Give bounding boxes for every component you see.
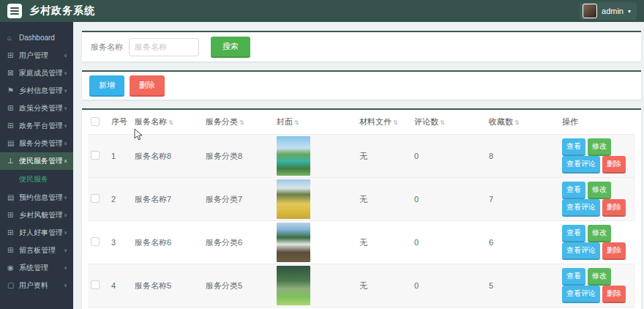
select-all-checkbox[interactable] xyxy=(91,117,100,126)
chevron-down-icon: ∨ xyxy=(64,259,67,277)
toolbar-panel: 新增 删除 xyxy=(82,70,641,100)
row-checkbox[interactable] xyxy=(91,280,100,289)
cell-index: 2 xyxy=(108,178,132,221)
col-material[interactable]: 材料文件⇅ xyxy=(356,110,411,135)
chevron-down-icon: ∨ xyxy=(64,64,67,82)
sort-icon[interactable]: ⇅ xyxy=(440,119,445,126)
sidebar-item-good-deeds[interactable]: ⊞ 好人好事管理 ∨ xyxy=(0,224,73,242)
sidebar-item-appointment-info[interactable]: ▤ 预约信息管理 ∨ xyxy=(0,189,73,206)
avatar xyxy=(583,4,597,18)
view-comments-button[interactable]: 查看评论 xyxy=(562,242,600,260)
sidebar-item-family-members[interactable]: ⊠ 家庭成员管理 ∨ xyxy=(0,64,73,82)
cell-index: 3 xyxy=(108,221,132,264)
table-row: 1 服务名称8 服务分类8 无 0 8 查看修改查看评论删除 xyxy=(88,135,635,178)
user-menu[interactable]: admin ▾ xyxy=(580,2,637,20)
view-button[interactable]: 查看 xyxy=(562,225,585,242)
sidebar-item-message-board[interactable]: ⊞ 留言板管理 ∨ xyxy=(0,242,73,259)
edit-button[interactable]: 修改 xyxy=(588,182,611,199)
cell-index: 4 xyxy=(108,264,132,308)
grid-icon: ⊞ xyxy=(7,47,17,64)
view-comments-button[interactable]: 查看评论 xyxy=(562,199,600,217)
sidebar-item-service-category[interactable]: ▤ 服务分类管理 ∨ xyxy=(0,135,73,152)
table-row: 2 服务名称7 服务分类7 无 0 7 查看修改查看评论删除 xyxy=(88,178,635,221)
file-icon: ▤ xyxy=(7,189,17,206)
cell-material: 无 xyxy=(356,264,411,308)
sort-icon[interactable]: ⇅ xyxy=(239,119,244,126)
sidebar-item-policy-category[interactable]: ⊞ 政策分类管理 ∨ xyxy=(0,100,73,117)
cover-photo-golden-ricefield xyxy=(277,179,310,219)
cell-category: 服务分类7 xyxy=(203,178,274,221)
flag-icon: ⚑ xyxy=(7,82,17,100)
table-panel: 序号 服务名称⇅ 服务分类⇅ 封面⇅ 材料文件⇅ 评论数⇅ 收藏数⇅ 操作 1 … xyxy=(82,108,641,309)
cell-category: 服务分类5 xyxy=(203,264,274,308)
sidebar-item-convenience-service-mgmt[interactable]: ⊥ 便民服务管理 ∧ xyxy=(0,152,73,170)
home-icon: ⌂ xyxy=(7,29,17,47)
table-header-row: 序号 服务名称⇅ 服务分类⇅ 封面⇅ 材料文件⇅ 评论数⇅ 收藏数⇅ 操作 xyxy=(88,110,635,135)
sidebar-item-user-management[interactable]: ⊞ 用户管理 ∨ xyxy=(0,47,73,64)
search-button[interactable]: 搜索 xyxy=(211,37,250,58)
card-icon: ▤ xyxy=(7,135,17,152)
grid-icon: ⊞ xyxy=(7,242,17,259)
chevron-down-icon: ∨ xyxy=(64,189,67,206)
sidebar-item-system-mgmt[interactable]: ◉ 系统管理 ∨ xyxy=(0,259,73,277)
sort-icon[interactable]: ⇅ xyxy=(514,119,520,126)
edit-button[interactable]: 修改 xyxy=(588,138,611,156)
cell-material: 无 xyxy=(356,135,411,178)
row-checkbox[interactable] xyxy=(91,237,100,246)
view-button[interactable]: 查看 xyxy=(562,138,585,156)
grid-icon: ⊞ xyxy=(7,206,17,224)
pin-icon: ◉ xyxy=(7,259,17,277)
app-title: 乡村政务系统 xyxy=(29,4,95,18)
row-delete-button[interactable]: 删除 xyxy=(602,199,626,217)
add-button[interactable]: 新增 xyxy=(89,75,124,97)
row-checkbox[interactable] xyxy=(91,151,100,160)
lock-icon: ⊠ xyxy=(7,64,17,82)
sidebar-item-dashboard[interactable]: ⌂ Dashboard xyxy=(0,29,73,47)
table-row: 3 服务名称6 服务分类6 无 0 6 查看修改查看评论删除 xyxy=(88,221,635,264)
sort-icon[interactable]: ⇅ xyxy=(393,119,398,126)
cell-comments: 0 xyxy=(411,264,486,308)
view-comments-button[interactable]: 查看评论 xyxy=(562,156,600,174)
edit-button[interactable]: 修改 xyxy=(588,225,611,242)
cell-index: 1 xyxy=(108,135,132,178)
delete-button[interactable]: 删除 xyxy=(130,75,165,97)
view-button[interactable]: 查看 xyxy=(562,182,585,199)
menu-icon[interactable] xyxy=(7,4,22,18)
sidebar-item-user-profile[interactable]: ▢ 用户资料 ∨ xyxy=(0,277,73,294)
sidebar-item-village-info[interactable]: ⚑ 乡村信息管理 ∨ xyxy=(0,82,73,100)
sidebar-subitem-convenience-service[interactable]: 便民服务 xyxy=(0,170,73,189)
cell-name: 服务名称5 xyxy=(132,264,203,308)
cell-comments: 0 xyxy=(411,178,486,221)
col-cover[interactable]: 封面⇅ xyxy=(274,110,356,135)
card-icon: ▢ xyxy=(7,277,17,294)
cell-category: 服务分类8 xyxy=(203,135,274,178)
chevron-up-icon: ∧ xyxy=(64,152,67,170)
sort-icon[interactable]: ⇅ xyxy=(168,119,173,126)
grid-icon: ⊞ xyxy=(7,117,17,135)
row-delete-button[interactable]: 删除 xyxy=(602,286,626,303)
sidebar-item-gov-platform[interactable]: ⊞ 政务平台管理 ∨ xyxy=(0,117,73,135)
chevron-down-icon: ∨ xyxy=(64,82,67,100)
view-comments-button[interactable]: 查看评论 xyxy=(562,286,600,303)
col-name[interactable]: 服务名称⇅ xyxy=(132,110,203,135)
row-checkbox[interactable] xyxy=(91,194,100,203)
search-field-label: 服务名称 xyxy=(91,42,123,53)
sort-icon[interactable]: ⇅ xyxy=(294,119,299,126)
view-button[interactable]: 查看 xyxy=(562,268,585,286)
cell-favorites: 6 xyxy=(486,221,559,264)
col-category[interactable]: 服务分类⇅ xyxy=(203,110,274,135)
col-favorites[interactable]: 收藏数⇅ xyxy=(486,110,559,135)
chevron-down-icon: ∨ xyxy=(64,47,67,64)
row-delete-button[interactable]: 删除 xyxy=(602,156,626,174)
cover-photo-mountain-village xyxy=(277,266,310,305)
cell-name: 服务名称8 xyxy=(132,135,203,178)
col-comments[interactable]: 评论数⇅ xyxy=(411,110,486,135)
grid-icon: ⊞ xyxy=(7,100,17,117)
row-delete-button[interactable]: 删除 xyxy=(602,242,626,260)
edit-button[interactable]: 修改 xyxy=(588,268,611,286)
chevron-down-icon: ∨ xyxy=(64,206,67,224)
cell-material: 无 xyxy=(356,221,411,264)
chevron-down-icon: ∨ xyxy=(64,117,67,135)
search-input[interactable] xyxy=(129,38,199,56)
sidebar-item-village-scenery[interactable]: ⊞ 乡村风貌管理 ∨ xyxy=(0,206,73,224)
